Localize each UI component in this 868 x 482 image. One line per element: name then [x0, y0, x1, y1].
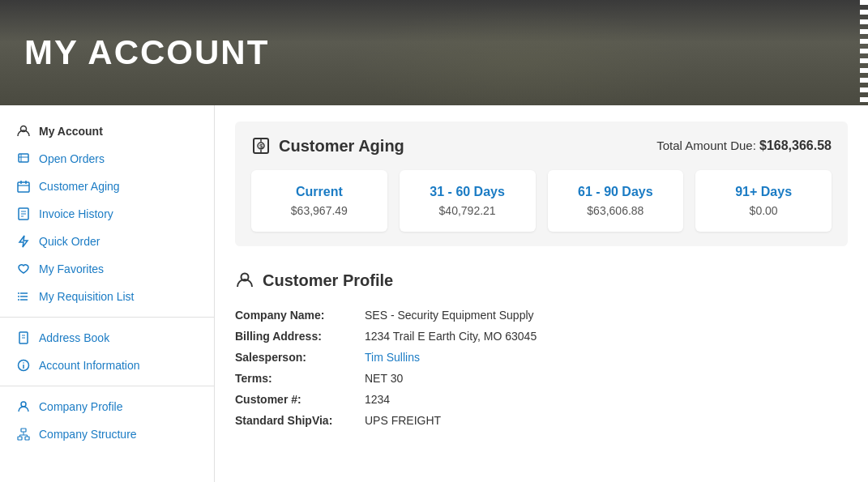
svg-point-24 [23, 362, 24, 364]
sidebar-label-invoice-history: Invoice History [39, 207, 113, 220]
profile-row: Standard ShipVia:UPS FREIGHT [235, 410, 848, 431]
heart-icon [16, 262, 31, 276]
invoice-icon [16, 207, 31, 221]
svg-point-16 [18, 292, 19, 294]
profile-field-value: 1234 [365, 389, 848, 410]
profile-row: Company Name:SES - Security Equipment Su… [235, 305, 848, 326]
profile-field-value: 1234 Trail E Earth City, MO 63045 [365, 326, 848, 347]
aging-card-header: $ Customer Aging Total Amount Due: $168,… [251, 136, 832, 156]
profile-title-text: Customer Profile [263, 271, 393, 290]
sidebar-label-my-favorites: My Favorites [39, 262, 104, 275]
aging-icon: $ [251, 136, 271, 156]
aging-buckets: Current $63,967.49 31 - 60 Days $40,792.… [251, 170, 832, 232]
sidebar-label-company-structure: Company Structure [39, 428, 137, 441]
divider-1 [0, 317, 214, 318]
aging-bucket-current-label: Current [263, 185, 375, 199]
profile-field-label: Terms: [235, 368, 365, 389]
aging-bucket-61-90: 61 - 90 Days $63,606.88 [548, 170, 684, 232]
aging-total-label: Total Amount Due: [656, 139, 756, 152]
customer-profile-section: Customer Profile Company Name:SES - Secu… [235, 267, 848, 435]
profile-row: Customer #:1234 [235, 389, 848, 410]
profile-field-value: UPS FREIGHT [365, 410, 848, 431]
sidebar-item-my-favorites[interactable]: My Favorites [0, 255, 214, 283]
sidebar-item-open-orders[interactable]: Open Orders [0, 145, 214, 173]
aging-bucket-61-90-label: 61 - 90 Days [560, 185, 672, 199]
aging-bucket-31-60-label: 31 - 60 Days [412, 185, 524, 199]
sidebar-label-address-book: Address Book [39, 331, 109, 344]
sidebar: My Account Open Orders Customer Aging In… [0, 105, 215, 482]
svg-point-18 [18, 299, 19, 301]
profile-row: Salesperson:Tim Sullins [235, 347, 848, 368]
info-icon [16, 358, 31, 373]
sidebar-label-customer-aging: Customer Aging [39, 180, 120, 193]
aging-bucket-31-60: 31 - 60 Days $40,792.21 [400, 170, 536, 232]
person-icon [16, 124, 31, 139]
profile-row: Terms:NET 30 [235, 368, 848, 389]
list-icon [16, 289, 31, 304]
sidebar-label-my-account: My Account [39, 125, 103, 138]
aging-bucket-91plus: 91+ Days $0.00 [695, 170, 832, 232]
aging-total-amount: $168,366.58 [759, 139, 832, 152]
profile-field-label: Salesperson: [235, 347, 365, 368]
profile-table: Company Name:SES - Security Equipment Su… [235, 305, 848, 431]
aging-bucket-91plus-amount: $0.00 [708, 204, 819, 217]
svg-rect-28 [25, 437, 29, 440]
lightning-icon [16, 234, 31, 249]
profile-row: Billing Address:1234 Trail E Earth City,… [235, 326, 848, 347]
profile-field-label: Company Name: [235, 305, 365, 326]
profile-icon [235, 271, 254, 290]
customer-aging-card: $ Customer Aging Total Amount Due: $168,… [235, 122, 848, 246]
aging-card-title: $ Customer Aging [251, 136, 404, 156]
sidebar-item-address-book[interactable]: Address Book [0, 324, 214, 352]
svg-rect-4 [18, 182, 29, 192]
sidebar-item-customer-aging[interactable]: Customer Aging [0, 173, 214, 200]
main-layout: My Account Open Orders Customer Aging In… [0, 105, 868, 482]
sidebar-item-invoice-history[interactable]: Invoice History [0, 200, 214, 228]
main-content: $ Customer Aging Total Amount Due: $168,… [215, 105, 868, 482]
profile-field-label: Customer #: [235, 389, 365, 410]
sidebar-item-my-account[interactable]: My Account [0, 117, 214, 145]
aging-total: Total Amount Due: $168,366.58 [656, 139, 832, 153]
sidebar-item-company-structure[interactable]: Company Structure [0, 420, 214, 448]
profile-field-value: Tim Sullins [365, 347, 848, 368]
aging-bucket-31-60-amount: $40,792.21 [412, 204, 524, 217]
company-icon [16, 399, 31, 414]
sidebar-label-my-requisition-list: My Requisition List [39, 290, 135, 303]
calendar-icon [16, 179, 31, 194]
aging-title-text: Customer Aging [279, 137, 404, 156]
sidebar-label-open-orders: Open Orders [39, 152, 105, 165]
sidebar-item-company-profile[interactable]: Company Profile [0, 393, 214, 420]
aging-bucket-61-90-amount: $63,606.88 [560, 204, 672, 217]
sidebar-label-company-profile: Company Profile [39, 400, 123, 413]
structure-icon [16, 427, 31, 441]
profile-field-label: Standard ShipVia: [235, 410, 365, 431]
svg-text:$: $ [259, 143, 263, 150]
svg-rect-27 [18, 437, 22, 440]
svg-rect-1 [19, 154, 28, 162]
cart-icon [16, 151, 31, 166]
svg-point-17 [18, 296, 19, 297]
profile-field-value: NET 30 [365, 368, 848, 389]
profile-title: Customer Profile [235, 271, 848, 290]
sidebar-item-account-information[interactable]: Account Information [0, 352, 214, 379]
aging-bucket-91plus-label: 91+ Days [708, 185, 819, 199]
sidebar-label-account-information: Account Information [39, 359, 140, 372]
sidebar-label-quick-order: Quick Order [39, 235, 100, 248]
header-banner: MY ACCOUNT [0, 0, 868, 105]
divider-2 [0, 386, 214, 386]
svg-point-25 [21, 402, 26, 407]
profile-field-value: SES - Security Equipment Supply [365, 305, 848, 326]
page-title: MY ACCOUNT [24, 33, 269, 72]
profile-field-label: Billing Address: [235, 326, 365, 347]
aging-bucket-current-amount: $63,967.49 [263, 204, 375, 217]
svg-rect-26 [21, 429, 26, 432]
sidebar-item-my-requisition-list[interactable]: My Requisition List [0, 283, 214, 310]
aging-bucket-current: Current $63,967.49 [251, 170, 387, 232]
sidebar-item-quick-order[interactable]: Quick Order [0, 228, 214, 255]
svg-marker-12 [19, 236, 28, 247]
book-icon [16, 331, 31, 345]
